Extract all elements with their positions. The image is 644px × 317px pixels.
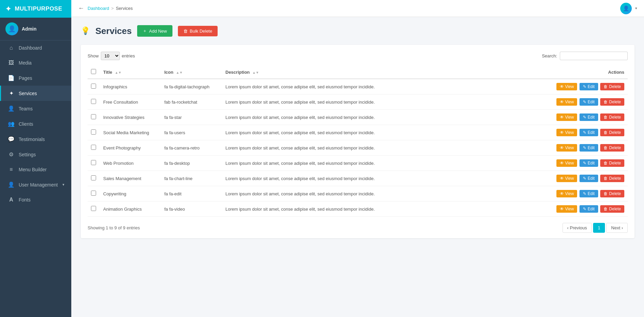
topbar-user-chevron[interactable]: ▾ bbox=[635, 6, 637, 11]
breadcrumb-dashboard-link[interactable]: Dashboard bbox=[88, 6, 109, 11]
edit-button[interactable]: ✎ Edit bbox=[579, 205, 598, 213]
search-input[interactable] bbox=[560, 52, 628, 60]
row-checkbox-cell bbox=[88, 156, 100, 171]
sidebar-item-services[interactable]: ✦ Services bbox=[0, 86, 71, 101]
next-button[interactable]: Next › bbox=[606, 223, 628, 233]
header-actions: Actions bbox=[553, 66, 628, 79]
sidebar-item-clients[interactable]: 👥 Clients bbox=[0, 116, 71, 131]
edit-button[interactable]: ✎ Edit bbox=[579, 159, 598, 167]
row-description: Lorem ipsum dolor sit amet, conse adipis… bbox=[222, 171, 553, 186]
row-checkbox[interactable] bbox=[91, 145, 96, 150]
sidebar-item-settings[interactable]: ⚙ Settings bbox=[0, 147, 71, 162]
settings-icon: ⚙ bbox=[8, 151, 15, 158]
add-new-button[interactable]: ＋ Add New bbox=[137, 25, 172, 37]
row-checkbox[interactable] bbox=[91, 191, 96, 196]
edit-button[interactable]: ✎ Edit bbox=[579, 190, 598, 197]
row-checkbox[interactable] bbox=[91, 84, 96, 89]
header-title[interactable]: Title ▲▼ bbox=[100, 66, 161, 79]
edit-button[interactable]: ✎ Edit bbox=[579, 113, 598, 121]
view-button[interactable]: 👁 View bbox=[556, 113, 577, 121]
view-button[interactable]: 👁 View bbox=[556, 98, 577, 106]
header-icon[interactable]: Icon ▲▼ bbox=[161, 66, 222, 79]
view-button[interactable]: 👁 View bbox=[556, 175, 577, 182]
table-row: Innovative Strategies fa fa-star Lorem i… bbox=[88, 110, 628, 125]
edit-button[interactable]: ✎ Edit bbox=[579, 83, 598, 90]
chevron-down-icon: ▾ bbox=[62, 182, 65, 187]
page-title: Services bbox=[95, 26, 132, 36]
entries-select[interactable]: 10 25 50 100 bbox=[101, 52, 120, 60]
page-1-button[interactable]: 1 bbox=[593, 223, 605, 233]
trash-icon: 🗑 bbox=[604, 115, 608, 120]
view-button[interactable]: 👁 View bbox=[556, 144, 577, 152]
row-actions: 👁 View ✎ Edit 🗑 Delete bbox=[553, 79, 628, 94]
trash-icon: 🗑 bbox=[604, 100, 608, 104]
row-checkbox-cell bbox=[88, 79, 100, 94]
sidebar-item-dashboard[interactable]: ⌂ Dashboard bbox=[0, 40, 71, 55]
edit-button[interactable]: ✎ Edit bbox=[579, 144, 598, 152]
delete-button[interactable]: 🗑 Delete bbox=[600, 159, 624, 167]
breadcrumb: Dashboard > Services bbox=[88, 6, 133, 11]
topbar-user-avatar[interactable]: 👤 bbox=[620, 3, 632, 14]
delete-button[interactable]: 🗑 Delete bbox=[600, 129, 624, 136]
sidebar-item-user-management[interactable]: 👤 User Management ▾ bbox=[0, 177, 71, 192]
topbar-left: ← Dashboard > Services bbox=[78, 5, 133, 12]
eye-icon: 👁 bbox=[560, 176, 564, 181]
row-checkbox[interactable] bbox=[91, 160, 96, 165]
edit-button[interactable]: ✎ Edit bbox=[579, 98, 598, 106]
pages-icon: 📄 bbox=[8, 75, 15, 81]
delete-button[interactable]: 🗑 Delete bbox=[600, 205, 624, 213]
header-description[interactable]: Description ▲▼ bbox=[222, 66, 553, 79]
bulk-delete-button[interactable]: 🗑 Bulk Delete bbox=[178, 26, 218, 36]
delete-button[interactable]: 🗑 Delete bbox=[600, 113, 624, 121]
eye-icon: 👁 bbox=[560, 191, 564, 196]
delete-button[interactable]: 🗑 Delete bbox=[600, 98, 624, 106]
sidebar-item-label: Testimonials bbox=[19, 137, 45, 142]
sidebar-item-teams[interactable]: 👤 Teams bbox=[0, 101, 71, 116]
row-checkbox[interactable] bbox=[91, 99, 96, 104]
select-all-checkbox[interactable] bbox=[91, 69, 96, 74]
search-label: Search: bbox=[542, 53, 557, 58]
sort-icon: ▲▼ bbox=[252, 71, 259, 74]
sidebar-item-media[interactable]: 🖼 Media bbox=[0, 55, 71, 70]
row-title: Sales Management bbox=[100, 171, 161, 186]
edit-button[interactable]: ✎ Edit bbox=[579, 175, 598, 182]
row-checkbox[interactable] bbox=[91, 175, 96, 180]
main-area: ← Dashboard > Services 👤 ▾ 💡 Services ＋ … bbox=[71, 0, 644, 317]
view-button[interactable]: 👁 View bbox=[556, 129, 577, 136]
row-checkbox-cell bbox=[88, 186, 100, 201]
view-button[interactable]: 👁 View bbox=[556, 83, 577, 90]
services-table: Title ▲▼ Icon ▲▼ Description ▲▼ Action bbox=[88, 66, 628, 217]
back-button[interactable]: ← bbox=[78, 5, 84, 12]
sidebar-item-pages[interactable]: 📄 Pages bbox=[0, 70, 71, 86]
view-button[interactable]: 👁 View bbox=[556, 205, 577, 213]
delete-button[interactable]: 🗑 Delete bbox=[600, 175, 624, 182]
delete-button[interactable]: 🗑 Delete bbox=[600, 190, 624, 197]
row-actions: 👁 View ✎ Edit 🗑 Delete bbox=[553, 201, 628, 217]
edit-button[interactable]: ✎ Edit bbox=[579, 129, 598, 136]
sidebar-item-menu-builder[interactable]: ≡ Menu Builder bbox=[0, 162, 71, 177]
app-logo-icon: ✦ bbox=[5, 5, 12, 13]
eye-icon: 👁 bbox=[560, 207, 564, 211]
row-icon: fa fa-edit bbox=[161, 186, 222, 201]
delete-button[interactable]: 🗑 Delete bbox=[600, 144, 624, 152]
delete-button[interactable]: 🗑 Delete bbox=[600, 83, 624, 90]
row-checkbox[interactable] bbox=[91, 129, 96, 135]
eye-icon: 👁 bbox=[560, 84, 564, 89]
view-button[interactable]: 👁 View bbox=[556, 159, 577, 167]
sidebar-header: ✦ MULTIPURPOSE bbox=[0, 0, 71, 18]
user-management-icon: 👤 bbox=[8, 181, 15, 188]
row-description: Lorem ipsum dolor sit amet, conse adipis… bbox=[222, 201, 553, 217]
topbar-right: 👤 ▾ bbox=[620, 3, 637, 14]
trash-icon: 🗑 bbox=[604, 176, 608, 181]
sidebar-item-label: Clients bbox=[19, 121, 33, 127]
view-button[interactable]: 👁 View bbox=[556, 190, 577, 197]
row-checkbox[interactable] bbox=[91, 114, 96, 119]
previous-button[interactable]: ‹ Previous bbox=[563, 223, 592, 233]
sidebar-item-fonts[interactable]: A Fonts bbox=[0, 192, 71, 207]
clients-icon: 👥 bbox=[8, 121, 15, 127]
sidebar-item-testimonials[interactable]: 💬 Testimonials bbox=[0, 131, 71, 147]
row-actions: 👁 View ✎ Edit 🗑 Delete bbox=[553, 94, 628, 110]
row-checkbox[interactable] bbox=[91, 206, 96, 211]
edit-icon: ✎ bbox=[583, 130, 586, 135]
table-row: Free Consultation fab fa-rocketchat Lore… bbox=[88, 94, 628, 110]
